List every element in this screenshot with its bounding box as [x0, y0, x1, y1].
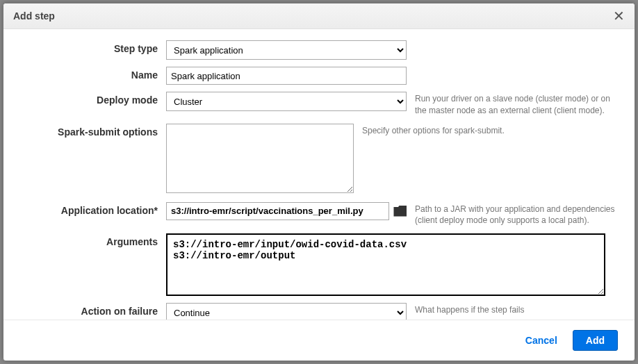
dialog-title: Add step [13, 10, 55, 22]
deploy-mode-select[interactable]: Cluster [166, 92, 407, 111]
label-name: Name [20, 67, 166, 81]
label-arguments: Arguments [20, 233, 166, 247]
dialog-header: Add step ✕ [3, 3, 635, 29]
label-step-type: Step type [20, 40, 166, 54]
add-step-dialog: Add step ✕ Step type Spark application N… [3, 3, 635, 361]
arguments-textarea[interactable]: s3://intro-emr/input/owid-covid-data.csv… [166, 233, 605, 296]
dialog-body: Step type Spark application Name Deploy … [3, 29, 635, 320]
action-on-failure-select[interactable]: Continue [166, 303, 407, 320]
help-deploy-mode: Run your driver on a slave node (cluster… [415, 92, 618, 117]
browse-folder-icon[interactable] [393, 206, 407, 217]
spark-submit-textarea[interactable] [166, 124, 354, 193]
help-spark-submit: Specify other options for spark-submit. [362, 124, 505, 137]
help-action-failure: What happens if the step fails [415, 303, 524, 316]
label-app-location: Application location* [20, 202, 166, 216]
label-spark-submit: Spark-submit options [20, 124, 166, 138]
label-deploy-mode: Deploy mode [20, 92, 166, 106]
dialog-footer: Cancel Add [3, 320, 635, 361]
add-button[interactable]: Add [573, 330, 618, 351]
close-icon[interactable]: ✕ [613, 9, 625, 23]
help-app-location: Path to a JAR with your application and … [415, 202, 618, 227]
label-action-failure: Action on failure [20, 303, 166, 317]
step-type-select[interactable]: Spark application [166, 40, 407, 60]
cancel-button[interactable]: Cancel [525, 335, 557, 346]
name-input[interactable] [166, 67, 407, 85]
application-location-input[interactable] [166, 202, 389, 220]
